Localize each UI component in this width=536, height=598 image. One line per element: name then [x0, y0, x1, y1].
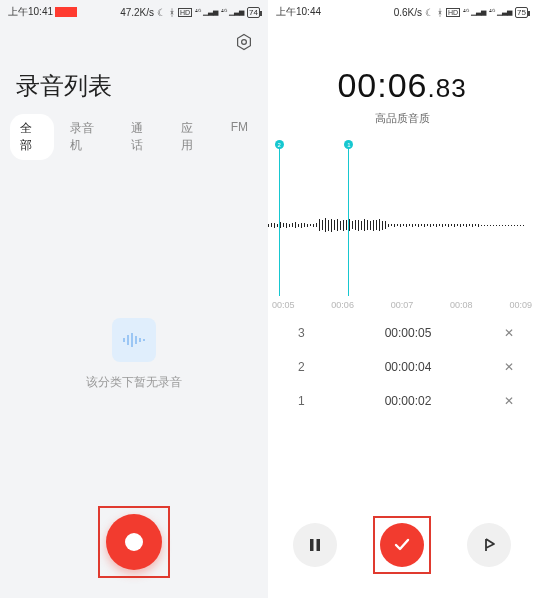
- empty-state: 该分类下暂无录音: [0, 140, 268, 568]
- axis-tick: 00:07: [391, 300, 414, 310]
- mark-index: 3: [298, 326, 322, 340]
- waveform-area[interactable]: 21 00:0500:0600:0700:0800:09: [268, 140, 536, 310]
- record-icon: [125, 533, 143, 551]
- svg-rect-7: [143, 339, 145, 341]
- svg-rect-8: [310, 539, 314, 551]
- bt-icon: ᚼ: [437, 7, 443, 18]
- status-time: 上午10:44: [276, 5, 321, 19]
- svg-marker-0: [238, 35, 251, 50]
- mark-time: 00:00:05: [322, 326, 494, 340]
- quality-label: 高品质音质: [268, 111, 536, 126]
- mark-time: 00:00:02: [322, 394, 494, 408]
- signal-icon: ⁴ᴳ ▁▃▅: [463, 8, 486, 16]
- axis-tick: 00:06: [331, 300, 354, 310]
- svg-rect-4: [131, 333, 133, 347]
- recording-controls: [268, 516, 536, 574]
- svg-rect-5: [135, 336, 137, 344]
- marker-badge: 2: [275, 140, 284, 149]
- axis-tick: 00:08: [450, 300, 473, 310]
- battery-icon: 74: [247, 7, 260, 18]
- delete-mark-button[interactable]: ✕: [494, 326, 514, 340]
- axis-tick: 00:09: [509, 300, 532, 310]
- mark-index: 2: [298, 360, 322, 374]
- svg-rect-9: [317, 539, 321, 551]
- status-time: 上午10:41: [8, 5, 53, 19]
- flag-button[interactable]: [467, 523, 511, 567]
- status-redaction: [55, 7, 77, 17]
- battery-icon: 75: [515, 7, 528, 18]
- settings-button[interactable]: [234, 32, 254, 52]
- waveform: [268, 218, 536, 232]
- stop-button[interactable]: [380, 523, 424, 567]
- mark-row[interactable]: 300:00:05✕: [268, 316, 536, 350]
- empty-text: 该分类下暂无录音: [86, 374, 182, 391]
- page-title: 录音列表: [0, 52, 268, 114]
- svg-rect-6: [139, 338, 141, 342]
- gear-icon: [235, 33, 253, 51]
- signal-icon: ⁴ᴳ ▁▃▅: [195, 8, 218, 16]
- hd-icon: HD: [446, 8, 460, 17]
- pause-button[interactable]: [293, 523, 337, 567]
- axis-tick: 00:05: [272, 300, 295, 310]
- moon-icon: ☾: [157, 7, 166, 18]
- status-net: 47.2K/s: [120, 7, 154, 18]
- record-button[interactable]: [106, 514, 162, 570]
- mark-index: 1: [298, 394, 322, 408]
- delete-mark-button[interactable]: ✕: [494, 360, 514, 374]
- signal-icon-2: ⁴ᴳ ▁▃▅: [489, 8, 512, 16]
- status-bar: 上午10:44 0.6K/s ☾ ᚼ HD ⁴ᴳ ▁▃▅ ⁴ᴳ ▁▃▅ 75: [268, 0, 536, 24]
- marker-badge: 1: [344, 140, 353, 149]
- status-bar: 上午10:41 47.2K/s ☾ ᚼ HD ⁴ᴳ ▁▃▅ ⁴ᴳ ▁▃▅ 74: [0, 0, 268, 24]
- signal-icon-2: ⁴ᴳ ▁▃▅: [221, 8, 244, 16]
- waveform-icon: [112, 318, 156, 362]
- time-marker[interactable]: 1: [348, 146, 349, 296]
- check-icon: [393, 536, 411, 554]
- time-marker[interactable]: 2: [279, 146, 280, 296]
- delete-mark-button[interactable]: ✕: [494, 394, 514, 408]
- svg-point-1: [242, 40, 247, 45]
- svg-rect-2: [123, 338, 125, 342]
- mark-time: 00:00:04: [322, 360, 494, 374]
- mark-row[interactable]: 100:00:02✕: [268, 384, 536, 418]
- bt-icon: ᚼ: [169, 7, 175, 18]
- svg-rect-3: [127, 335, 129, 345]
- mark-row[interactable]: 200:00:04✕: [268, 350, 536, 384]
- highlight-box: [98, 506, 170, 578]
- recording-timer: 00:06.83: [268, 66, 536, 105]
- marks-list: 300:00:05✕200:00:04✕100:00:02✕: [268, 310, 536, 418]
- moon-icon: ☾: [425, 7, 434, 18]
- highlight-box: [373, 516, 431, 574]
- pause-icon: [308, 538, 322, 552]
- flag-icon: [482, 538, 496, 552]
- recording-screen: 上午10:44 0.6K/s ☾ ᚼ HD ⁴ᴳ ▁▃▅ ⁴ᴳ ▁▃▅ 75 0…: [268, 0, 536, 598]
- recording-list-screen: 上午10:41 47.2K/s ☾ ᚼ HD ⁴ᴳ ▁▃▅ ⁴ᴳ ▁▃▅ 74 …: [0, 0, 268, 598]
- status-net: 0.6K/s: [394, 7, 422, 18]
- hd-icon: HD: [178, 8, 192, 17]
- time-axis: 00:0500:0600:0700:0800:09: [272, 300, 532, 310]
